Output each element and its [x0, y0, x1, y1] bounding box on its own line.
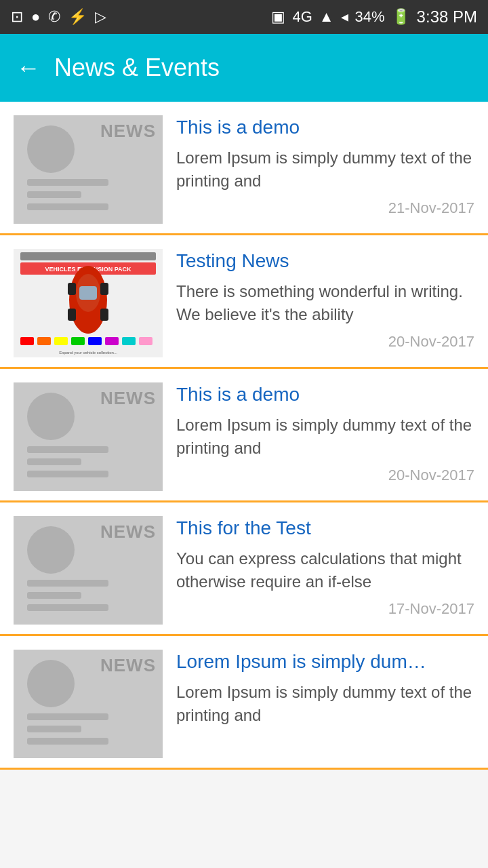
- placeholder-line: [27, 179, 108, 186]
- svg-rect-7: [79, 286, 97, 300]
- news-title-2: Testing News: [176, 249, 474, 273]
- news-date-4: 17-Nov-2017: [388, 600, 474, 618]
- placeholder-line: [27, 726, 81, 732]
- news-title-3: This is a demo: [176, 382, 474, 407]
- news-excerpt-1: Lorem Ipsum is simply dummy text of the …: [176, 146, 474, 192]
- svg-rect-2: [20, 252, 156, 260]
- news-excerpt-4: You can express calculations that might …: [176, 547, 474, 593]
- app-bar: ← News & Events: [0, 34, 488, 102]
- svg-rect-10: [68, 309, 76, 321]
- placeholder-line: [27, 446, 108, 453]
- news-tag-5: NEWS: [100, 655, 156, 676]
- svg-rect-18: [122, 337, 136, 345]
- placeholder-line: [27, 738, 108, 745]
- news-date-2: 20-Nov-2017: [388, 333, 474, 351]
- svg-rect-15: [71, 337, 85, 345]
- news-content-4: This for the Test You can express calcul…: [176, 516, 474, 618]
- battery-icon: 🔋: [392, 8, 410, 26]
- status-bar: ⊡ ● ✆ ⚡ ▷ ▣ 4G ▲ ◂ 34% 🔋 3:38 PM: [0, 0, 488, 34]
- back-button[interactable]: ←: [16, 54, 41, 82]
- play-icon: ▷: [95, 8, 106, 26]
- list-item[interactable]: VEHICLES EXPANSION PACK: [0, 235, 488, 369]
- signal-4g-label: 4G: [292, 8, 312, 26]
- svg-rect-13: [37, 337, 51, 345]
- news-tag-4: NEWS: [100, 521, 156, 542]
- svg-rect-11: [100, 309, 108, 321]
- news-excerpt-5: Lorem Ipsum is simply dummy text of the …: [176, 681, 474, 745]
- missed-call-icon: ✆: [48, 8, 60, 26]
- svg-rect-12: [20, 337, 34, 345]
- signal-bars-icon: ▲: [319, 8, 334, 26]
- news-tag-3: NEWS: [100, 388, 156, 409]
- news-title-4: This for the Test: [176, 516, 474, 540]
- news-thumbnail-5: NEWS: [14, 650, 163, 758]
- placeholder-line: [27, 203, 108, 210]
- list-item[interactable]: NEWS This is a demo Lorem Ipsum is simpl…: [0, 102, 488, 235]
- signal-icon: ◂: [341, 8, 348, 26]
- status-bar-left: ⊡ ● ✆ ⚡ ▷: [11, 8, 106, 26]
- placeholder-line: [27, 592, 81, 599]
- news-title-5: Lorem Ipsum is simply dum…: [176, 650, 474, 674]
- news-thumbnail-4: NEWS: [14, 516, 163, 625]
- news-content-5: Lorem Ipsum is simply dum… Lorem Ipsum i…: [176, 650, 474, 745]
- placeholder-line: [27, 471, 108, 477]
- list-item[interactable]: NEWS This for the Test You can express c…: [0, 502, 488, 636]
- battery-label: 34%: [355, 8, 385, 26]
- svg-rect-9: [100, 283, 108, 295]
- list-item[interactable]: NEWS Lorem Ipsum is simply dum… Lorem Ip…: [0, 636, 488, 770]
- status-time: 3:38 PM: [417, 7, 477, 26]
- car-pack-image: VEHICLES EXPANSION PACK: [14, 249, 163, 357]
- news-list: NEWS This is a demo Lorem Ipsum is simpl…: [0, 102, 488, 770]
- news-content-2: Testing News There is something wonderfu…: [176, 249, 474, 351]
- news-date-3: 20-Nov-2017: [388, 467, 474, 484]
- placeholder-line: [27, 458, 81, 465]
- news-date-1: 21-Nov-2017: [388, 199, 474, 217]
- svg-text:Expand your vehicle collection: Expand your vehicle collection...: [59, 351, 117, 355]
- usb-icon: ⚡: [68, 8, 87, 26]
- svg-rect-19: [139, 337, 152, 345]
- svg-rect-17: [105, 337, 119, 345]
- list-item[interactable]: NEWS This is a demo Lorem Ipsum is simpl…: [0, 369, 488, 502]
- placeholder-line: [27, 713, 108, 720]
- gallery-icon: ⊡: [11, 8, 23, 26]
- news-excerpt-2: There is something wonderful in writing.…: [176, 280, 474, 326]
- svg-rect-16: [88, 337, 102, 345]
- svg-rect-8: [68, 283, 76, 295]
- news-excerpt-3: Lorem Ipsum is simply dummy text of the …: [176, 414, 474, 459]
- placeholder-line: [27, 191, 81, 198]
- news-title-1: This is a demo: [176, 115, 474, 140]
- news-content-1: This is a demo Lorem Ipsum is simply dum…: [176, 115, 474, 217]
- news-thumbnail-3: NEWS: [14, 382, 163, 491]
- vibrate-icon: ▣: [271, 8, 285, 26]
- status-bar-right: ▣ 4G ▲ ◂ 34% 🔋 3:38 PM: [271, 7, 477, 26]
- placeholder-line: [27, 580, 108, 587]
- news-thumbnail-2: VEHICLES EXPANSION PACK: [14, 249, 163, 357]
- svg-rect-14: [54, 337, 68, 345]
- page-title: News & Events: [54, 54, 220, 82]
- news-tag-1: NEWS: [100, 121, 156, 142]
- news-content-3: This is a demo Lorem Ipsum is simply dum…: [176, 382, 474, 484]
- placeholder-line: [27, 604, 108, 611]
- news-thumbnail-1: NEWS: [14, 115, 163, 224]
- whatsapp-icon: ●: [31, 8, 40, 26]
